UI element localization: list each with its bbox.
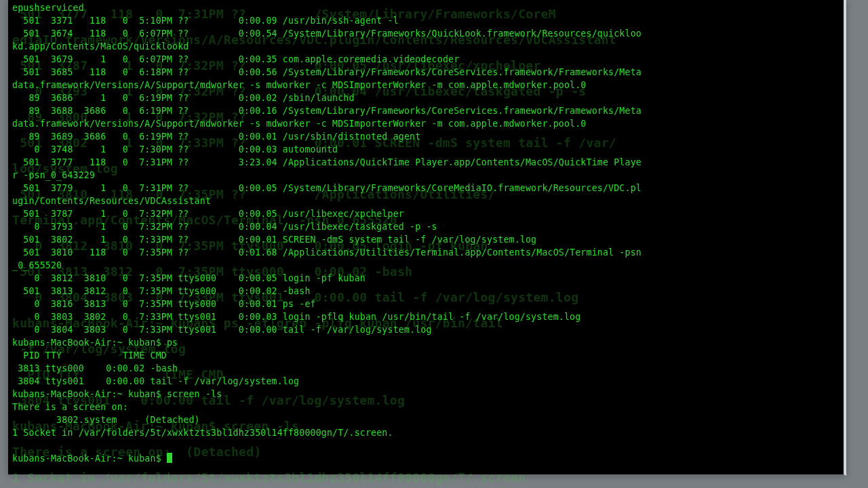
terminal-cursor xyxy=(167,453,172,463)
terminal-window[interactable]: 501 3777 118 0 7:31PM ?? /System/Library… xyxy=(8,0,846,476)
terminal-output[interactable]: epushserviced 501 3371 118 0 5:10PM ?? 0… xyxy=(8,0,844,474)
